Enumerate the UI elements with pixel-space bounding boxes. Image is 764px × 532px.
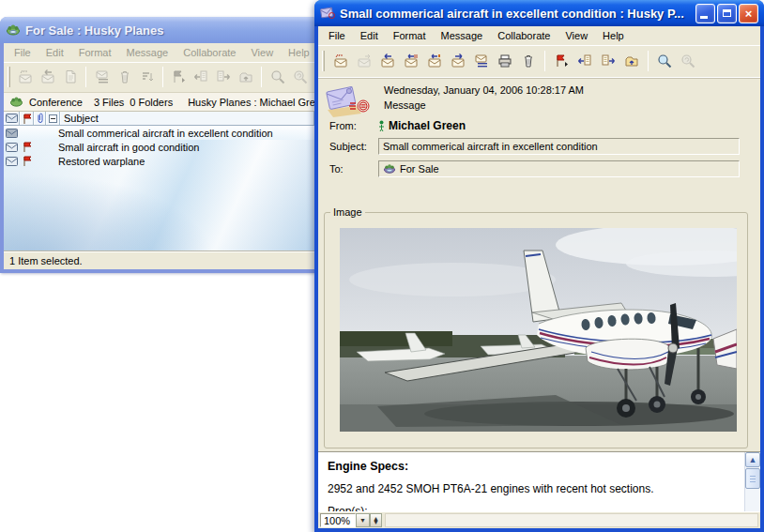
column-subject-label: Subject	[64, 113, 99, 124]
column-envelope[interactable]	[4, 112, 20, 125]
menu-edit[interactable]: Edit	[39, 45, 70, 60]
send-button	[353, 50, 375, 72]
column-flag[interactable]	[20, 112, 34, 125]
parent-folder-button[interactable]	[620, 50, 643, 72]
new-message-button[interactable]	[329, 50, 352, 72]
conference-window: For Sale : Husky Planes FileEditFormatMe…	[0, 17, 318, 273]
flag-button[interactable]	[550, 50, 573, 72]
next-button	[213, 66, 235, 88]
scroll-up-button[interactable]: ▲	[745, 452, 760, 467]
menu-help[interactable]: Help	[596, 28, 631, 43]
reply-to-sender-icon	[427, 53, 442, 68]
forward-button[interactable]	[447, 50, 469, 72]
list-column-headers[interactable]: Subject	[4, 112, 314, 126]
search-button[interactable]	[653, 50, 676, 72]
menu-collaborate[interactable]: Collaborate	[176, 45, 242, 60]
print-icon	[497, 53, 512, 68]
info-files-count: 3 Files	[94, 97, 124, 108]
status-text: 1 Item selected.	[9, 255, 83, 266]
menu-bar: FileEditFormatMessageCollaborateViewHelp	[318, 26, 760, 46]
desktop: { "menu_items": ["File", "Edit", "Format…	[0, 0, 764, 532]
zoom-level-field[interactable]: 100%	[320, 513, 356, 527]
message-window: Small commerical aircraft in excellent c…	[314, 0, 764, 532]
delete-icon	[521, 53, 536, 68]
horizontal-scroll-track[interactable]	[385, 513, 758, 527]
menu-help[interactable]: Help	[282, 45, 314, 60]
list-item[interactable]: Restored warplane	[4, 154, 314, 168]
delete-button[interactable]	[517, 50, 540, 72]
sort-button	[136, 66, 158, 88]
subject-field[interactable]: Small commerical aircraft in excellent c…	[378, 138, 740, 155]
envelope-icon	[4, 157, 20, 166]
reply-to-sender-button[interactable]	[423, 50, 446, 72]
menu-collaborate[interactable]: Collaborate	[491, 28, 557, 43]
new-document-button	[60, 66, 82, 88]
history-icon	[474, 53, 489, 68]
to-field[interactable]: For Sale	[378, 160, 740, 177]
reply-with-quote-button[interactable]	[400, 50, 422, 72]
subject-label: Subject:	[326, 141, 378, 152]
menu-edit[interactable]: Edit	[354, 28, 385, 43]
next-button[interactable]	[597, 50, 619, 72]
envelope-stamp-icon	[324, 84, 373, 119]
history-button[interactable]	[470, 50, 493, 72]
menu-file[interactable]: File	[322, 28, 352, 43]
reply-button[interactable]	[376, 50, 399, 72]
zoom-dropdown-button[interactable]: ▼	[356, 513, 370, 527]
flag-icon	[554, 53, 569, 68]
print-button[interactable]	[494, 50, 516, 72]
scrollbar-thumb[interactable]	[745, 468, 760, 489]
menu-file[interactable]: File	[8, 45, 38, 60]
flag-icon	[23, 114, 32, 124]
search-again-button	[677, 50, 699, 72]
info-conference-label: Conference	[29, 97, 83, 108]
new-message-button	[15, 66, 37, 88]
menu-view[interactable]: View	[244, 45, 280, 60]
conference-icon-small	[383, 163, 396, 175]
to-value: For Sale	[400, 163, 439, 175]
menu-message[interactable]: Message	[435, 28, 490, 43]
bottom-bar: 100% ▼ ▲▼	[318, 511, 760, 528]
forward-icon	[451, 53, 466, 68]
maximize-button[interactable]	[717, 4, 737, 23]
delete-button	[114, 66, 135, 88]
list-item[interactable]: Small commerical aircraft in excellent c…	[4, 126, 314, 140]
menu-message[interactable]: Message	[120, 45, 176, 60]
reply-with-quote-icon	[404, 53, 419, 68]
conference-info-bar: Conference 3 Files 0 Folders Husky Plane…	[4, 93, 314, 112]
image-groupbox-legend: Image	[330, 206, 365, 218]
column-subject[interactable]: Subject	[60, 112, 314, 125]
list-item-subject: Small commerical aircraft in excellent c…	[58, 128, 273, 139]
column-collapse[interactable]	[46, 112, 60, 125]
search-icon	[270, 69, 285, 84]
conference-window-titlebar[interactable]: For Sale : Husky Planes	[0, 17, 318, 43]
list-item[interactable]: Small aircraft in good condition	[4, 140, 314, 154]
toolbar-grip[interactable]	[322, 51, 325, 71]
new-message-icon	[333, 53, 348, 68]
previous-button[interactable]	[573, 50, 596, 72]
menu-format[interactable]: Format	[387, 28, 433, 43]
image-groupbox: Image	[324, 212, 748, 448]
zoom-spinner[interactable]: ▲▼	[370, 513, 382, 527]
conference-icon	[6, 23, 21, 38]
menu-format[interactable]: Format	[72, 45, 118, 60]
message-window-titlebar[interactable]: Small commerical aircraft in excellent c…	[314, 0, 764, 26]
menu-view[interactable]: View	[558, 28, 594, 43]
from-label: From:	[326, 120, 378, 131]
to-label: To:	[326, 163, 378, 175]
toolbar-grip[interactable]	[8, 67, 10, 87]
message-kind: Message	[384, 98, 753, 114]
attachment-icon	[37, 113, 44, 124]
column-attachment[interactable]	[34, 112, 46, 125]
close-button[interactable]: ×	[739, 4, 758, 23]
minimize-button[interactable]	[695, 4, 715, 23]
message-icon	[320, 7, 335, 20]
conference-icon-small	[9, 96, 23, 108]
parent-folder-button	[236, 66, 257, 88]
flag-icon	[171, 69, 186, 84]
search-again-icon	[680, 53, 695, 68]
flag-icon	[20, 156, 34, 166]
toolbar-separator	[544, 51, 545, 71]
search-again-button	[289, 66, 311, 88]
from-value[interactable]: Michael Green	[389, 119, 466, 132]
